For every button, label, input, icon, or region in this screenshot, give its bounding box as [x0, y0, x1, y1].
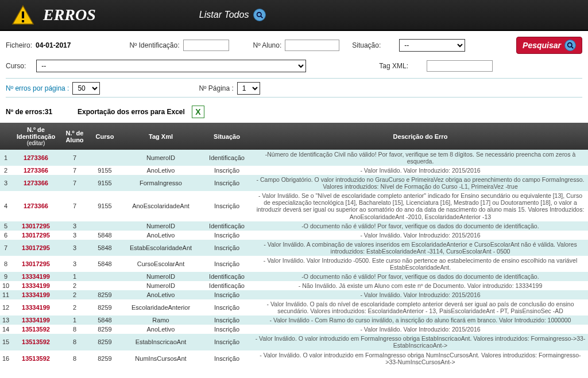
table-row: 9133341991NumeroIDIdentificação-O docume…	[0, 272, 588, 281]
tagxml-input[interactable]	[427, 60, 493, 72]
cell-desc: - Valor Inválido. Valor Introduzido: 201…	[253, 231, 588, 240]
row-index: 15	[0, 334, 11, 350]
nident-label: Nº Identificação:	[129, 41, 179, 49]
id-link[interactable]: 13513592	[11, 325, 60, 334]
id-link[interactable]: 1273366	[11, 175, 60, 191]
cell-desc: - Valor Inválido. O valor introduzido em…	[253, 350, 588, 367]
id-link[interactable]: 13334199	[11, 315, 60, 325]
situacao-select[interactable]: --	[399, 39, 465, 52]
cell-curso	[89, 221, 121, 231]
npagina-select[interactable]: 1	[237, 82, 260, 95]
id-link[interactable]: 13334199	[11, 281, 60, 290]
cell-desc: -Número de Identificação Civil não válid…	[253, 150, 588, 166]
cell-aluno: 2	[60, 281, 89, 290]
cell-desc: - Valor Inválido. Valor Introduzido -050…	[253, 256, 588, 272]
cell-curso: 5848	[89, 256, 121, 272]
table-row: 141351359288259AnoLetivoInscrição- Valor…	[0, 325, 588, 334]
cell-tag: AnoLetivo	[121, 231, 201, 240]
export-label: Exportação dos erros para Excel	[78, 108, 185, 116]
table-row: 112733667NumeroIDIdentificação-Número de…	[0, 150, 588, 166]
curso-label: Curso:	[6, 62, 26, 70]
row-index: 9	[0, 272, 11, 281]
excel-icon[interactable]: X	[192, 106, 204, 118]
row-index: 2	[0, 166, 11, 175]
cell-aluno: 7	[60, 150, 89, 166]
col-desc: Descrição do Erro	[253, 123, 588, 150]
cell-desc: - Valor Inválido - Com Ramo do curso inv…	[253, 315, 588, 325]
col-tag: Tag Xml	[121, 123, 201, 150]
cell-tag: NumeroID	[121, 221, 201, 231]
cell-sit: Inscrição	[201, 325, 253, 334]
cell-desc: - Campo Obrigatório. O valor introduzido…	[253, 175, 588, 191]
table-row: 81301729535848CursoEscolarAntInscrição- …	[0, 256, 588, 272]
cell-curso: 8259	[89, 299, 121, 315]
situacao-label: Situação:	[352, 41, 381, 49]
naluno-input[interactable]	[285, 40, 339, 51]
row-index: 12	[0, 299, 11, 315]
search-button[interactable]: Pesquisar	[516, 37, 582, 54]
table-row: 2127336679155AnoLetivoInscrição- Valor I…	[0, 166, 588, 175]
cell-sit: Inscrição	[201, 315, 253, 325]
svg-rect-1	[22, 11, 24, 18]
cell-aluno: 1	[60, 315, 89, 325]
nident-input[interactable]	[183, 40, 229, 51]
id-link[interactable]: 1273366	[11, 166, 60, 175]
row-index: 3	[0, 175, 11, 191]
row-index: 13	[0, 315, 11, 325]
id-link[interactable]: 1273366	[11, 191, 60, 221]
row-index: 5	[0, 221, 11, 231]
cell-desc: - Valor Inválido. Valor Introduzido: 201…	[253, 290, 588, 299]
cell-aluno: 8	[60, 350, 89, 367]
id-link[interactable]: 13513592	[11, 334, 60, 350]
cell-tag: EscolaridadeAnterior	[121, 299, 201, 315]
perpage-select[interactable]: 50	[72, 82, 100, 95]
id-link[interactable]: 13513592	[11, 350, 60, 367]
cell-desc: - Valor Inválido. Se o "Nível de escolar…	[253, 191, 588, 221]
table-row: 4127336679155AnoEscolaridadeAntInscrição…	[0, 191, 588, 221]
naluno-label: Nº Aluno:	[253, 41, 282, 49]
error-count: Nº de erros:31	[6, 108, 52, 116]
curso-select[interactable]: --	[36, 60, 306, 72]
row-index: 6	[0, 231, 11, 240]
cell-sit: Inscrição	[201, 175, 253, 191]
id-link[interactable]: 13334199	[11, 272, 60, 281]
id-link[interactable]: 13017295	[11, 231, 60, 240]
divider-2	[6, 97, 582, 98]
id-link[interactable]: 13017295	[11, 256, 60, 272]
cell-tag: AnoEscolaridadeAnt	[121, 191, 201, 221]
id-link[interactable]: 13334199	[11, 290, 60, 299]
cell-curso: 5848	[89, 315, 121, 325]
cell-curso: 8259	[89, 334, 121, 350]
row-index: 4	[0, 191, 11, 221]
list-all-button[interactable]	[253, 9, 266, 21]
col-aluno: N.º de Aluno	[60, 123, 89, 150]
search-button-label: Pesquisar	[523, 41, 561, 50]
cell-curso: 8259	[89, 325, 121, 334]
npagina-label: Nº Página :	[199, 84, 233, 92]
id-link[interactable]: 13334199	[11, 299, 60, 315]
cell-desc: - Valor Inválido. Valor Introduzido: 201…	[253, 325, 588, 334]
cell-curso	[89, 150, 121, 166]
id-link[interactable]: 13017295	[11, 240, 60, 256]
cell-aluno: 7	[60, 175, 89, 191]
svg-rect-2	[22, 20, 24, 22]
cell-aluno: 7	[60, 191, 89, 221]
cell-curso: 8259	[89, 290, 121, 299]
cell-aluno: 3	[60, 240, 89, 256]
table-row: 61301729535848AnoLetivoInscrição- Valor …	[0, 231, 588, 240]
cell-sit: Identificação	[201, 150, 253, 166]
cell-desc: -O documento não é válido! Por favor, ve…	[253, 272, 588, 281]
id-link[interactable]: 1273366	[11, 150, 60, 166]
cell-sit: Identificação	[201, 281, 253, 290]
table-row: 161351359288259NumInsCursosAntInscrição-…	[0, 350, 588, 367]
id-link[interactable]: 13017295	[11, 221, 60, 231]
cell-aluno: 3	[60, 256, 89, 272]
cell-tag: NumeroID	[121, 272, 201, 281]
table-row: 121333419928259EscolaridadeAnteriorInscr…	[0, 299, 588, 315]
col-id: N.º de Identificação(editar)	[11, 123, 60, 150]
cell-tag: AnoLetivo	[121, 325, 201, 334]
list-all-label: Listar Todos	[199, 10, 249, 20]
cell-aluno: 2	[60, 299, 89, 315]
row-index: 7	[0, 240, 11, 256]
perpage-label: Nº erros por página :	[6, 84, 69, 92]
